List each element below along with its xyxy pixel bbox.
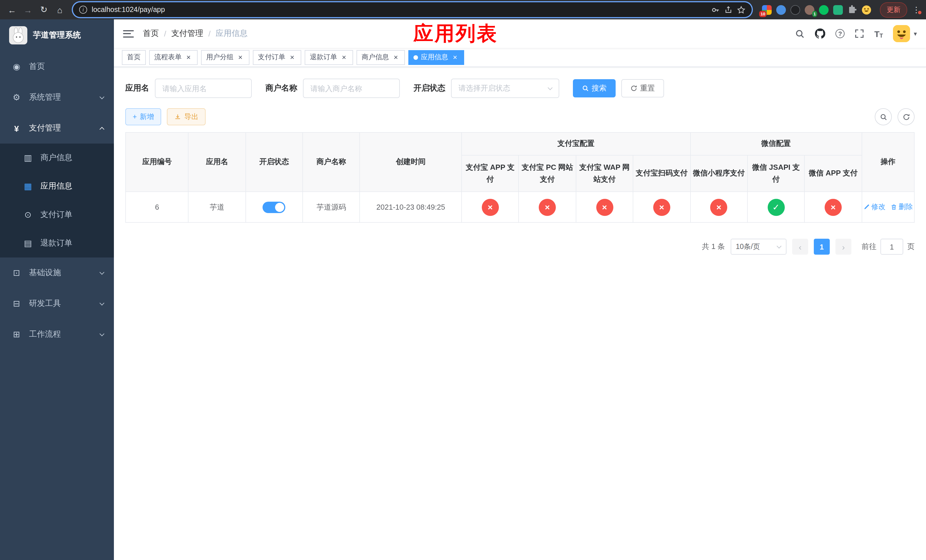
col-header-alipay-pc: 支付宝 PC 网站支付 [519,155,576,192]
app-name-label: 应用名 [125,83,149,94]
chevron-down-icon [777,244,782,249]
sidebar-subitem-label: 支付订单 [41,210,72,220]
dark-extension-icon[interactable] [790,5,800,15]
sidebar-header: 芋道管理系统 [0,20,114,51]
bookmark-star-icon[interactable] [737,5,746,14]
app-table: 应用编号 应用名 开启状态 商户名称 创建时间 支付宝配置 微信配置 操作 支付… [125,132,915,223]
sidebar-item-devtools[interactable]: ⊟ 研发工具 [0,288,114,319]
tab-app-info[interactable]: 应用信息 × [409,50,464,65]
next-page-button[interactable]: › [835,239,851,255]
search-button[interactable]: 搜索 [573,79,616,97]
tab-merchant-info[interactable]: 商户信息 × [357,50,405,65]
avatar-extension-icon[interactable]: 1 [805,5,814,15]
close-icon[interactable]: × [340,53,348,61]
search-icon[interactable] [795,29,805,38]
prev-page-button[interactable]: ‹ [792,239,808,255]
sidebar-item-payment[interactable]: ¥ 支付管理 [0,113,114,144]
status-wechat-jsapi: ✓ [767,198,784,216]
close-icon[interactable]: × [185,53,192,61]
cell-app-name: 芋道 [189,192,246,222]
status-toggle[interactable] [263,201,286,213]
col-header-wechat-app: 微信 APP 支付 [805,155,862,192]
sidebar-subitem-refund-orders[interactable]: ▤ 退款订单 [0,229,114,257]
user-menu[interactable]: ▾ [893,25,917,42]
sidebar-subitem-payment-orders[interactable]: ⊙ 支付订单 [0,201,114,229]
tab-payment-orders[interactable]: 支付订单 × [253,50,301,65]
sidebar-subitem-app-info[interactable]: ▦ 应用信息 [0,172,114,201]
site-info-icon[interactable]: i [79,6,87,14]
sidebar-item-workflow[interactable]: ⊞ 工作流程 [0,319,114,350]
url-text[interactable]: localhost:1024/pay/app [92,6,165,14]
sidebar-item-infrastructure[interactable]: ⊡ 基础设施 [0,257,114,288]
back-button[interactable]: ← [5,2,20,17]
chrome-update-button[interactable]: 更新 [880,2,907,17]
chevron-up-icon [100,126,104,131]
status-select[interactable]: 请选择开启状态 [451,79,559,98]
app-name-input[interactable] [155,79,252,98]
pagination: 共 1 条 10条/页 ‹ 1 › 前往 页 [125,239,915,255]
breadcrumb-separator: / [209,29,211,38]
address-bar[interactable]: i localhost:1024/pay/app [73,2,752,17]
font-size-icon[interactable]: TT [874,29,883,38]
table-toolbar: + 新增 导出 [125,108,915,125]
tab-refund-orders[interactable]: 退款订单 × [305,50,353,65]
close-icon[interactable]: × [236,53,244,61]
col-group-alipay: 支付宝配置 [461,132,690,155]
wechat-devtools-extension-icon[interactable] [819,5,829,15]
blocker-extension-icon[interactable]: 10 [762,5,772,15]
github-icon[interactable] [815,29,825,39]
app-grid-icon: ▦ [23,181,33,191]
status-wechat-lite: × [710,198,727,216]
page-button-1[interactable]: 1 [814,239,830,255]
toggle-search-button[interactable] [875,108,892,125]
breadcrumb-item-payment[interactable]: 支付管理 [171,29,203,39]
browser-menu-button[interactable]: ⋮ [911,5,921,14]
refresh-table-button[interactable] [897,108,915,125]
tab-process-form[interactable]: 流程表单 × [149,50,198,65]
close-icon[interactable]: × [288,53,296,61]
tab-user-group[interactable]: 用户分组 × [201,50,250,65]
edit-link[interactable]: 修改 [863,202,885,212]
goto-page-input[interactable] [881,239,903,255]
user-avatar[interactable] [893,25,910,42]
extensions-puzzle-icon[interactable] [847,5,857,15]
password-key-icon[interactable] [711,5,720,14]
blue-extension-icon[interactable] [776,5,786,15]
breadcrumb-item-home[interactable]: 首页 [143,29,159,39]
search-button-label: 搜索 [592,83,607,94]
fullscreen-icon[interactable] [855,29,864,38]
merchant-name-input[interactable] [303,79,400,98]
caret-down-icon: ▾ [914,30,917,37]
sidebar-item-home[interactable]: ◉ 首页 [0,51,114,82]
screen: ← → ↻ ⌂ i localhost:1024/pay/app 10 [0,0,926,560]
reload-button[interactable]: ↻ [36,2,51,17]
dashboard-icon: ◉ [11,62,22,72]
filter-form: 应用名 商户名称 开启状态 请选择开启状态 [125,79,915,98]
sidebar-item-system[interactable]: ⚙ 系统管理 [0,82,114,113]
add-button[interactable]: + 新增 [125,108,162,125]
sidebar-toggle-button[interactable] [123,30,134,37]
browser-profile-avatar[interactable] [862,5,872,15]
forward-button[interactable]: → [21,2,35,17]
close-icon[interactable]: × [392,53,400,61]
col-header-alipay-wap: 支付宝 WAP 网站支付 [576,155,633,192]
close-icon[interactable]: × [451,53,459,61]
page-size-select[interactable]: 10条/页 [731,239,787,255]
green-square-extension-icon[interactable] [833,5,843,15]
help-icon[interactable]: ? [835,29,844,38]
table-header: 应用编号 应用名 开启状态 商户名称 创建时间 支付宝配置 微信配置 操作 支付… [126,132,914,192]
goto-label: 前往 [862,242,876,252]
share-icon[interactable] [725,6,732,14]
merchant-name-field-group: 商户名称 [265,79,400,98]
delete-link[interactable]: 删除 [891,202,913,212]
reset-button[interactable]: 重置 [621,79,664,97]
sidebar-subitem-merchant-info[interactable]: ▥ 商户信息 [0,144,114,172]
app-title: 芋道管理系统 [33,30,81,41]
sidebar-item-label: 系统管理 [29,92,61,103]
tab-home[interactable]: 首页 [122,50,146,65]
browser-toolbar: ← → ↻ ⌂ i localhost:1024/pay/app 10 [0,0,926,20]
cell-status [246,192,303,222]
home-button[interactable]: ⌂ [52,2,67,17]
sidebar-item-label: 研发工具 [29,298,61,309]
export-button[interactable]: 导出 [167,108,206,125]
